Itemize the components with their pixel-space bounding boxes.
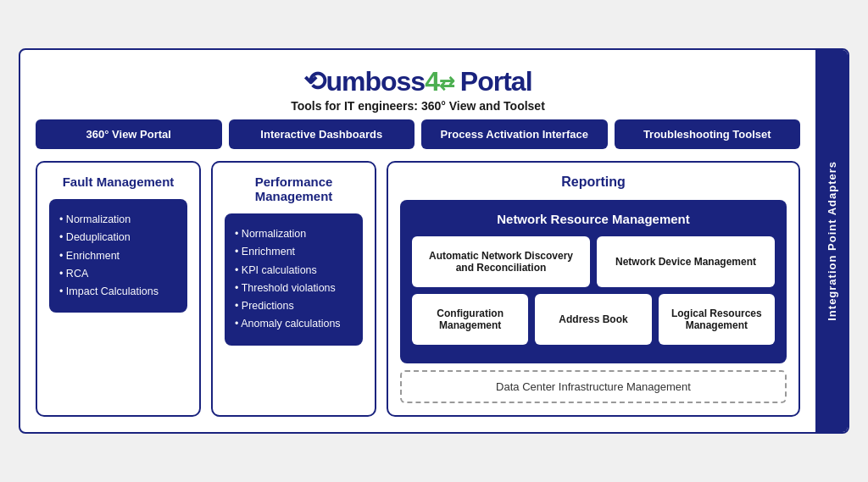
nrm-bottom-row: Configuration Management Address Book Lo… (412, 294, 775, 345)
list-item: Anomaly calculations (235, 315, 353, 333)
nrm-cell-config: Configuration Management (412, 294, 528, 345)
dcim-box: Data Center Infrastructure Management (400, 370, 787, 403)
list-item: Normalization (235, 225, 353, 243)
main-container: ⟲umboss4⇄ Portal Tools for IT engineers:… (19, 48, 849, 434)
nrm-cell-logical: Logical Resources Management (659, 294, 775, 345)
performance-management-panel: Performance Management Normalization Enr… (211, 161, 376, 417)
bottom-section: Fault Management Normalization Deduplica… (36, 161, 800, 417)
tab-dashboards[interactable]: Interactive Dashboards (229, 119, 415, 149)
fault-management-title: Fault Management (49, 175, 187, 189)
nrm-cell-discovery: Automatic Network Discovery and Reconcil… (412, 236, 590, 287)
list-item: KPI calculations (235, 262, 353, 280)
list-item: Enrichment (235, 243, 353, 261)
tab-process-activation[interactable]: Process Activation Interface (421, 119, 608, 149)
list-item: Predictions (235, 297, 353, 315)
performance-management-title: Performance Management (225, 175, 363, 203)
reporting-title: Reporting (400, 175, 787, 190)
nrm-top-row: Automatic Network Discovery and Reconcil… (412, 236, 775, 287)
fault-management-panel: Fault Management Normalization Deduplica… (36, 161, 201, 417)
reporting-section: Reporting Network Resource Management Au… (387, 161, 800, 417)
nrm-cell-address-book: Address Book (535, 294, 651, 345)
side-label: Integration Point Adapters (815, 50, 848, 432)
tab-troubleshooting[interactable]: Troubleshooting Toolset (615, 119, 801, 149)
list-item: Enrichment (59, 247, 177, 265)
logo-green: 4⇄ (425, 66, 453, 97)
fault-management-list: Normalization Deduplication Enrichment R… (59, 211, 177, 301)
nav-tabs: 360° View Portal Interactive Dashboards … (36, 119, 800, 149)
list-item: Deduplication (59, 229, 177, 247)
list-item: Normalization (59, 211, 177, 229)
list-item: RCA (59, 265, 177, 283)
main-content: ⟲umboss4⇄ Portal Tools for IT engineers:… (20, 50, 815, 432)
performance-management-items: Normalization Enrichment KPI calculation… (225, 213, 363, 346)
nrm-cell-device-mgmt: Network Device Management (597, 236, 775, 287)
list-item: Threshold violations (235, 280, 353, 297)
tab-360-view[interactable]: 360° View Portal (36, 119, 222, 149)
subtitle: Tools for IT engineers: 360° View and To… (36, 99, 800, 113)
side-label-text: Integration Point Adapters (826, 161, 838, 321)
logo-area: ⟲umboss4⇄ Portal Tools for IT engineers:… (36, 65, 800, 113)
logo: ⟲umboss4⇄ Portal (36, 65, 800, 97)
nrm-title: Network Resource Management (412, 212, 775, 226)
list-item: Impact Calculations (59, 283, 177, 301)
nrm-box: Network Resource Management Automatic Ne… (400, 200, 787, 363)
left-panels: Fault Management Normalization Deduplica… (36, 161, 376, 417)
performance-management-list: Normalization Enrichment KPI calculation… (235, 225, 353, 334)
fault-management-items: Normalization Deduplication Enrichment R… (49, 199, 187, 313)
